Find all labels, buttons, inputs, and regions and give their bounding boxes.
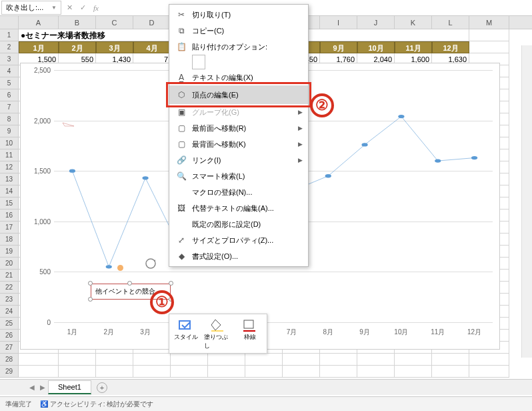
cell[interactable]	[19, 354, 59, 366]
cell[interactable]	[171, 366, 208, 378]
row-header[interactable]: 16	[0, 210, 19, 222]
month-header[interactable]: 4月	[133, 41, 171, 53]
row-header[interactable]: 21	[0, 270, 19, 282]
row-header[interactable]: 8	[0, 113, 19, 125]
month-header[interactable]: 12月	[432, 41, 469, 53]
row-header[interactable]: 7	[0, 101, 19, 113]
cell[interactable]	[208, 366, 245, 378]
row-header[interactable]: 20	[0, 258, 19, 270]
cell[interactable]	[19, 366, 59, 378]
row-header[interactable]: 29	[0, 366, 19, 378]
ctx-link[interactable]: 🔗リンク(I)▶	[169, 152, 308, 168]
row-header[interactable]: 24	[0, 306, 19, 318]
ctx-edit-text[interactable]: A̲テキストの編集(X)	[169, 69, 308, 85]
row-header[interactable]: 2	[0, 41, 19, 53]
col-I[interactable]: I	[320, 16, 357, 29]
ctx-format-shape[interactable]: ◆書式設定(O)...	[169, 248, 308, 264]
cell[interactable]	[395, 354, 432, 366]
paste-option-1[interactable]	[192, 55, 205, 69]
col-K[interactable]: K	[395, 16, 432, 29]
row-header[interactable]: 5	[0, 77, 19, 89]
col-D[interactable]: D	[133, 16, 171, 29]
col-J[interactable]: J	[357, 16, 395, 29]
row-header[interactable]: 3	[0, 53, 19, 65]
row-header[interactable]: 9	[0, 125, 19, 137]
ctx-set-default[interactable]: 既定の図形に設定(D)	[169, 216, 308, 232]
resize-handle[interactable]	[88, 281, 93, 286]
row-header[interactable]: 22	[0, 282, 19, 294]
row-header[interactable]: 28	[0, 354, 19, 366]
col-M[interactable]: M	[469, 16, 509, 29]
ctx-assign-macro[interactable]: マクロの登録(N)...	[169, 184, 308, 200]
ctx-bring-front[interactable]: ▢最前面へ移動(R)▶	[169, 120, 308, 136]
cell[interactable]	[395, 366, 432, 378]
row-header[interactable]: 17	[0, 222, 19, 234]
vertical-scrollbar[interactable]	[521, 45, 532, 358]
adjust-handle[interactable]	[117, 265, 123, 271]
cell[interactable]	[96, 354, 133, 366]
resize-handle[interactable]	[88, 297, 93, 302]
cell[interactable]	[133, 354, 171, 366]
tab-nav-prev[interactable]: ◀	[29, 384, 35, 391]
ctx-size-props[interactable]: ⤢サイズとプロパティ(Z)...	[169, 232, 308, 248]
cell[interactable]	[283, 366, 320, 378]
accessibility-status[interactable]: ♿ アクセシビリティ: 検討が必要です	[40, 400, 153, 409]
row-header[interactable]: 23	[0, 294, 19, 306]
mini-fill[interactable]: 塗りつぶし	[204, 317, 232, 350]
row-header[interactable]: 1	[0, 29, 19, 41]
name-box[interactable]: 吹き出し:...▼	[1, 1, 61, 15]
row-header[interactable]: 4	[0, 65, 19, 77]
cell[interactable]	[432, 354, 469, 366]
cell[interactable]	[245, 354, 283, 366]
col-A[interactable]: A	[19, 16, 59, 29]
cell[interactable]	[432, 366, 469, 378]
month-header[interactable]: 2月	[59, 41, 96, 53]
col-L[interactable]: L	[432, 16, 469, 29]
ctx-alt-text[interactable]: 🖼代替テキストの編集(A)...	[169, 200, 308, 216]
row-header[interactable]: 27	[0, 342, 19, 354]
row-header[interactable]: 6	[0, 89, 19, 101]
cell[interactable]	[283, 354, 320, 366]
cell[interactable]	[320, 354, 357, 366]
cell[interactable]	[96, 366, 133, 378]
cell[interactable]	[245, 366, 283, 378]
month-header[interactable]: 9月	[320, 41, 357, 53]
cell[interactable]	[357, 366, 395, 378]
resize-handle[interactable]	[127, 281, 132, 286]
mini-style[interactable]: スタイル	[172, 317, 200, 350]
tab-nav-next[interactable]: ▶	[40, 384, 45, 391]
month-header[interactable]: 3月	[96, 41, 133, 53]
month-header[interactable]: 11月	[395, 41, 432, 53]
month-header[interactable]: 10月	[357, 41, 395, 53]
row-header[interactable]: 10	[0, 137, 19, 149]
cell[interactable]	[59, 354, 96, 366]
ctx-send-back[interactable]: ▢最背面へ移動(K)▶	[169, 136, 308, 152]
cell[interactable]	[59, 366, 96, 378]
cell[interactable]	[171, 354, 208, 366]
cell[interactable]	[133, 366, 171, 378]
row-header[interactable]: 15	[0, 197, 19, 210]
row-header[interactable]: 11	[0, 149, 19, 161]
ctx-edit-points[interactable]: ⬡頂点の編集(E)	[169, 85, 308, 104]
row-header[interactable]: 26	[0, 330, 19, 342]
cell[interactable]	[469, 354, 509, 366]
ctx-copy[interactable]: ⧉コピー(C)	[169, 23, 308, 39]
cell[interactable]	[469, 366, 509, 378]
mini-outline[interactable]: 枠線	[236, 317, 264, 350]
sheet-tab-sheet1[interactable]: Sheet1	[48, 380, 91, 394]
cell[interactable]	[320, 366, 357, 378]
col-C[interactable]: C	[96, 16, 133, 29]
cell[interactable]	[208, 354, 245, 366]
row-header[interactable]: 13	[0, 173, 19, 185]
resize-handle[interactable]	[169, 281, 173, 286]
cell[interactable]	[357, 354, 395, 366]
row-header[interactable]: 18	[0, 234, 19, 246]
row-header[interactable]: 12	[0, 161, 19, 173]
row-header[interactable]: 19	[0, 246, 19, 258]
add-sheet-button[interactable]: +	[97, 382, 107, 393]
col-B[interactable]: B	[59, 16, 96, 29]
ctx-cut[interactable]: ✂切り取り(T)	[169, 7, 308, 23]
row-header[interactable]: 25	[0, 318, 19, 330]
ctx-smart-lookup[interactable]: 🔍スマート検索(L)	[169, 168, 308, 184]
month-header[interactable]: 1月	[19, 41, 59, 53]
